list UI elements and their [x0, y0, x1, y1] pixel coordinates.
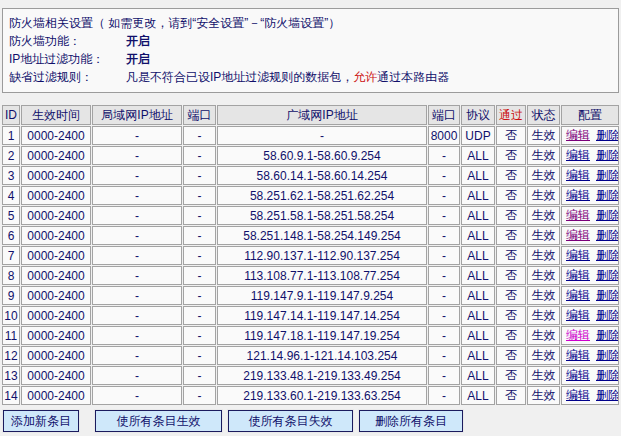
cell-wan-port: - [428, 226, 460, 245]
firewall-status-value: 开启 [126, 32, 150, 50]
delete-link[interactable]: 删除 [596, 248, 619, 262]
cell-id: 11 [2, 326, 20, 345]
header-wan-port: 端口 [428, 105, 460, 125]
edit-link[interactable]: 编辑 [566, 228, 590, 242]
cell-wan-port: - [428, 166, 460, 185]
cell-pass: 否 [496, 206, 526, 225]
cell-wan-ip: - [217, 126, 427, 145]
cell-config: 编辑删除 [561, 326, 619, 345]
cell-wan-port: - [428, 286, 460, 305]
firewall-status-label: 防火墙功能： [9, 32, 126, 50]
edit-link[interactable]: 编辑 [566, 308, 590, 322]
cell-protocol: ALL [461, 346, 495, 365]
cell-config: 编辑删除 [561, 126, 619, 145]
cell-id: 4 [2, 186, 20, 205]
cell-lan-ip: - [92, 246, 182, 265]
table-header-row: ID 生效时间 局域网IP地址 端口 广域网IP地址 端口 协议 通过 状态 配… [2, 105, 619, 125]
cell-id: 10 [2, 306, 20, 325]
header-lan-port: 端口 [183, 105, 216, 125]
cell-id: 14 [2, 386, 20, 405]
cell-protocol: ALL [461, 286, 495, 305]
cell-lan-ip: - [92, 306, 182, 325]
delete-link[interactable]: 删除 [596, 288, 619, 302]
default-rule-prefix: 凡是不符合已设IP地址过滤规则的数据包， [126, 70, 353, 84]
delete-link[interactable]: 删除 [596, 388, 619, 402]
cell-status: 生效 [527, 146, 560, 165]
delete-all-entries-button[interactable]: 删除所有条目 [359, 410, 463, 432]
cell-id: 8 [2, 266, 20, 285]
delete-link[interactable]: 删除 [596, 148, 619, 162]
edit-link[interactable]: 编辑 [566, 268, 590, 282]
cell-protocol: ALL [461, 306, 495, 325]
cell-status: 生效 [527, 166, 560, 185]
cell-lan-ip: - [92, 226, 182, 245]
header-wan-ip: 广域网IP地址 [217, 105, 427, 125]
cell-protocol: ALL [461, 146, 495, 165]
ip-filter-status-value: 开启 [126, 50, 150, 68]
delete-link[interactable]: 删除 [596, 268, 619, 282]
cell-lan-ip: - [92, 186, 182, 205]
edit-link[interactable]: 编辑 [566, 188, 590, 202]
cell-config: 编辑删除 [561, 346, 619, 365]
cell-lan-port: - [183, 166, 216, 185]
edit-link[interactable]: 编辑 [566, 148, 590, 162]
delete-link[interactable]: 删除 [596, 308, 619, 322]
delete-link[interactable]: 删除 [596, 348, 619, 362]
table-row: 20000-2400--58.60.9.1-58.60.9.254-ALL否生效… [2, 146, 619, 165]
firewall-status-row: 防火墙功能： 开启 [9, 32, 612, 50]
edit-link[interactable]: 编辑 [566, 328, 590, 342]
cell-wan-port: - [428, 346, 460, 365]
cell-wan-port: - [428, 366, 460, 385]
cell-wan-port: - [428, 306, 460, 325]
cell-pass: 否 [496, 146, 526, 165]
cell-config: 编辑删除 [561, 206, 619, 225]
add-entry-button[interactable]: 添加新条目 [3, 410, 79, 432]
cell-pass: 否 [496, 246, 526, 265]
cell-protocol: ALL [461, 166, 495, 185]
edit-link[interactable]: 编辑 [566, 208, 590, 222]
cell-id: 6 [2, 226, 20, 245]
cell-lan-port: - [183, 346, 216, 365]
cell-time: 0000-2400 [21, 226, 91, 245]
cell-time: 0000-2400 [21, 146, 91, 165]
cell-pass: 否 [496, 386, 526, 405]
cell-status: 生效 [527, 326, 560, 345]
cell-wan-ip: 58.60.14.1-58.60.14.254 [217, 166, 427, 185]
cell-id: 3 [2, 166, 20, 185]
cell-lan-port: - [183, 146, 216, 165]
edit-link[interactable]: 编辑 [566, 248, 590, 262]
delete-link[interactable]: 删除 [596, 328, 619, 342]
cell-wan-ip: 119.147.14.1-119.147.14.254 [217, 306, 427, 325]
cell-id: 13 [2, 366, 20, 385]
edit-link[interactable]: 编辑 [566, 128, 590, 142]
cell-pass: 否 [496, 126, 526, 145]
header-status: 状态 [527, 105, 560, 125]
cell-wan-port: - [428, 206, 460, 225]
table-row: 90000-2400--119.147.9.1-119.147.9.254-AL… [2, 286, 619, 305]
table-row: 120000-2400--121.14.96.1-121.14.103.254-… [2, 346, 619, 365]
delete-link[interactable]: 删除 [596, 188, 619, 202]
edit-link[interactable]: 编辑 [566, 368, 590, 382]
edit-link[interactable]: 编辑 [566, 168, 590, 182]
edit-link[interactable]: 编辑 [566, 388, 590, 402]
edit-link[interactable]: 编辑 [566, 348, 590, 362]
disable-all-entries-button[interactable]: 使所有条目失效 [228, 410, 353, 432]
default-rule-label: 缺省过滤规则： [9, 68, 126, 86]
cell-id: 12 [2, 346, 20, 365]
delete-link[interactable]: 删除 [596, 368, 619, 382]
cell-wan-ip: 58.60.9.1-58.60.9.254 [217, 146, 427, 165]
cell-time: 0000-2400 [21, 326, 91, 345]
cell-config: 编辑删除 [561, 186, 619, 205]
cell-pass: 否 [496, 326, 526, 345]
cell-wan-ip: 219.133.60.1-219.133.63.254 [217, 386, 427, 405]
enable-all-entries-button[interactable]: 使所有条目生效 [95, 410, 222, 432]
cell-pass: 否 [496, 366, 526, 385]
edit-link[interactable]: 编辑 [566, 288, 590, 302]
delete-link[interactable]: 删除 [596, 128, 619, 142]
delete-link[interactable]: 删除 [596, 228, 619, 242]
cell-id: 2 [2, 146, 20, 165]
delete-link[interactable]: 删除 [596, 168, 619, 182]
delete-link[interactable]: 删除 [596, 208, 619, 222]
cell-time: 0000-2400 [21, 186, 91, 205]
cell-wan-port: - [428, 386, 460, 405]
